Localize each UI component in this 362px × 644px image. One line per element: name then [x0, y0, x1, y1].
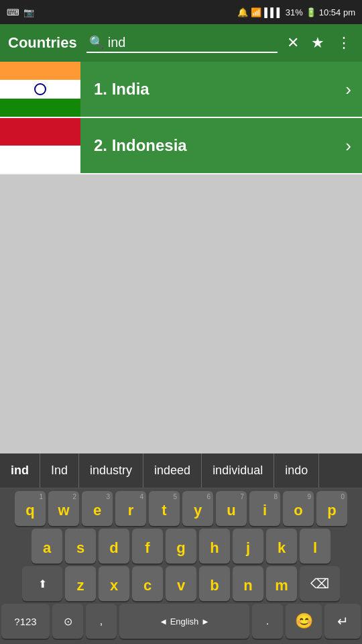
key-space[interactable]: ◄ English ► — [119, 604, 249, 639]
india-arrow-icon: › — [345, 79, 362, 100]
key-n[interactable]: n — [233, 566, 263, 601]
country-item-indonesia[interactable]: 2. Indonesia › — [0, 118, 362, 173]
key-d[interactable]: d — [99, 529, 129, 564]
status-left: ⌨ 📷 — [7, 7, 34, 17]
key-123[interactable]: ?123 — [1, 604, 50, 639]
key-j[interactable]: j — [233, 529, 263, 564]
key-v[interactable]: v — [166, 566, 196, 601]
ashoka-chakra — [34, 83, 46, 95]
indonesia-flag — [0, 118, 80, 173]
country-item-india[interactable]: 1. India › — [0, 62, 362, 117]
autocomplete-individual[interactable]: individual — [202, 453, 274, 488]
key-enter[interactable]: ↵ — [324, 604, 361, 639]
key-backspace[interactable]: ⌫ — [300, 566, 340, 601]
key-emoji[interactable]: 😊 — [286, 604, 322, 639]
key-mic[interactable]: ⊙ — [52, 604, 83, 639]
key-h[interactable]: h — [199, 529, 230, 564]
wifi-icon: 📶 — [251, 7, 261, 17]
key-a[interactable]: a — [32, 529, 62, 564]
autocomplete-industry[interactable]: industry — [79, 453, 143, 488]
keyboard-row-2: a s d f g h j k l — [0, 526, 362, 564]
close-icon[interactable]: ✕ — [284, 32, 302, 54]
more-options-icon[interactable]: ⋮ — [334, 32, 354, 54]
indonesia-flag-bot — [0, 146, 80, 173]
key-g[interactable]: g — [166, 529, 196, 564]
sim-icon: ▌▌▌ — [264, 7, 283, 17]
key-u[interactable]: 7u — [216, 491, 247, 526]
india-flag-bot — [0, 99, 80, 117]
indonesia-arrow-icon: › — [345, 136, 362, 156]
key-f[interactable]: f — [132, 529, 163, 564]
key-s[interactable]: s — [65, 529, 96, 564]
key-w[interactable]: 2w — [48, 491, 79, 526]
status-right: 🔔 📶 ▌▌▌ 31% 🔋 10:54 pm — [237, 7, 355, 17]
india-name: 1. India — [80, 80, 345, 99]
app-header: Countries 🔍 ind ✕ ★ ⋮ — [0, 24, 362, 62]
india-flag — [0, 62, 80, 117]
keyboard-row-4: ?123 ⊙ , ◄ English ► . 😊 ↵ — [0, 601, 362, 644]
india-flag-mid — [0, 80, 80, 98]
autocomplete-Ind[interactable]: Ind — [40, 453, 79, 488]
key-m[interactable]: m — [266, 566, 297, 601]
key-x[interactable]: x — [99, 566, 129, 601]
search-icon: 🔍 — [89, 35, 104, 50]
key-comma[interactable]: , — [86, 604, 117, 639]
key-e[interactable]: 3e — [82, 491, 113, 526]
keyboard-row-1: 1q 2w 3e 4r 5t 6y 7u 8i 9o 0p — [0, 488, 362, 526]
key-c[interactable]: c — [132, 566, 163, 601]
status-bar: ⌨ 📷 🔔 📶 ▌▌▌ 31% 🔋 10:54 pm — [0, 0, 362, 24]
battery-percent: 31% — [286, 7, 303, 17]
alarm-icon: 🔔 — [237, 7, 248, 17]
camera-icon: 📷 — [23, 7, 34, 17]
key-r[interactable]: 4r — [115, 491, 146, 526]
results-area: 1. India › 2. Indonesia › — [0, 62, 362, 453]
key-z[interactable]: z — [65, 566, 96, 601]
key-p[interactable]: 0p — [316, 491, 347, 526]
key-o[interactable]: 9o — [283, 491, 314, 526]
autocomplete-bar: ind Ind industry indeed individual indo — [0, 453, 362, 488]
keyboard: 1q 2w 3e 4r 5t 6y 7u 8i 9o 0p a s d f g … — [0, 488, 362, 644]
search-input[interactable]: ind — [108, 35, 275, 50]
key-y[interactable]: 6y — [182, 491, 213, 526]
app-title: Countries — [8, 34, 77, 52]
battery-icon: 🔋 — [306, 7, 316, 17]
indonesia-name: 2. Indonesia — [80, 136, 345, 155]
key-q[interactable]: 1q — [15, 491, 46, 526]
empty-space — [0, 174, 362, 453]
key-period[interactable]: . — [252, 604, 283, 639]
india-flag-top — [0, 62, 80, 80]
time-display: 10:54 pm — [319, 7, 355, 17]
autocomplete-indeed[interactable]: indeed — [143, 453, 202, 488]
keyboard-row-3: ⬆ z x c v b n m ⌫ — [0, 564, 362, 601]
keyboard-icon: ⌨ — [7, 7, 19, 17]
key-t[interactable]: 5t — [149, 491, 180, 526]
star-icon[interactable]: ★ — [308, 32, 327, 54]
key-b[interactable]: b — [199, 566, 230, 601]
search-box[interactable]: 🔍 ind — [86, 34, 278, 53]
autocomplete-ind[interactable]: ind — [0, 453, 40, 488]
indonesia-flag-top — [0, 118, 80, 146]
key-k[interactable]: k — [266, 529, 297, 564]
key-i[interactable]: 8i — [249, 491, 280, 526]
key-l[interactable]: l — [300, 529, 330, 564]
autocomplete-indo[interactable]: indo — [274, 453, 319, 488]
key-shift[interactable]: ⬆ — [22, 566, 62, 601]
